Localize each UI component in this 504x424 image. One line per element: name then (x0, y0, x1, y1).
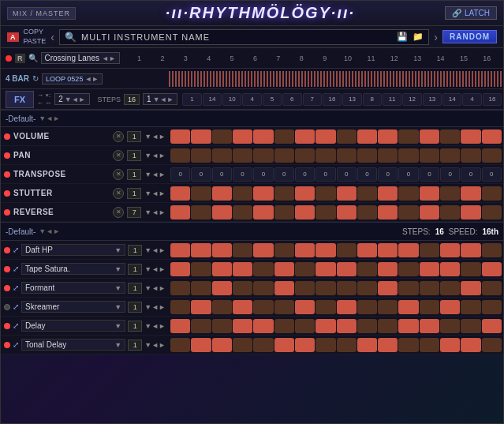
param-arrows[interactable]: ▼◄► (144, 189, 166, 197)
param-cell[interactable] (253, 148, 273, 163)
inst-cell[interactable] (357, 281, 377, 295)
inst-cell[interactable] (274, 243, 294, 257)
step-val[interactable]: 11 (383, 93, 401, 106)
param-cell[interactable] (315, 205, 335, 220)
param-value[interactable]: 7 (127, 207, 141, 218)
param-value[interactable]: 1 (127, 188, 141, 199)
inst-cell[interactable] (461, 243, 480, 257)
inst-cell[interactable] (295, 300, 315, 314)
inst-cell[interactable] (170, 243, 190, 257)
param-cell[interactable] (212, 129, 232, 144)
latch-button[interactable]: 🔗 LATCH (445, 6, 497, 20)
inst-cell[interactable] (398, 262, 418, 276)
inst-cell[interactable] (191, 338, 211, 352)
step-val[interactable]: 7 (303, 93, 322, 106)
inst-cell[interactable] (440, 338, 460, 352)
param-cell[interactable] (274, 205, 294, 220)
param-cell[interactable] (212, 186, 232, 201)
param-cell[interactable] (398, 186, 418, 201)
inst-cell[interactable] (420, 338, 439, 352)
param-clear-btn[interactable]: ✕ (113, 188, 124, 199)
param-cell[interactable] (337, 205, 357, 220)
inst-cell[interactable] (233, 319, 252, 333)
param-cell[interactable] (337, 186, 357, 201)
step-val[interactable]: 10 (222, 93, 241, 106)
param-cell[interactable] (233, 205, 252, 220)
inst-name-box[interactable]: Tape Satura. ▼ (21, 263, 125, 275)
param-cell[interactable] (378, 205, 398, 220)
param-cell[interactable] (440, 205, 460, 220)
step-val[interactable]: 6 (282, 93, 301, 106)
inst-cell[interactable] (315, 338, 335, 352)
transpose-cell[interactable]: 0 (253, 167, 273, 182)
inst-cell[interactable] (253, 300, 273, 314)
param-cell[interactable] (357, 148, 377, 163)
inst-arrows[interactable]: ▼◄► (144, 284, 166, 292)
inst-cell[interactable] (398, 300, 418, 314)
step-val[interactable]: 5 (263, 93, 282, 106)
param-cell[interactable] (357, 205, 377, 220)
param-cell[interactable] (398, 205, 418, 220)
inst-value[interactable]: 1 (128, 302, 142, 313)
param-cell[interactable] (253, 205, 273, 220)
inst-cell[interactable] (482, 319, 502, 333)
inst-cell[interactable] (170, 281, 190, 295)
inst-cell[interactable] (295, 281, 315, 295)
step-val[interactable]: 16 (323, 93, 342, 106)
inst-cell[interactable] (170, 319, 190, 333)
param-cell[interactable] (315, 129, 335, 144)
inst-name-box[interactable]: Delay ▼ (21, 320, 125, 332)
param-cell[interactable] (315, 186, 335, 201)
save-icon[interactable]: 💾 (397, 32, 408, 42)
param-clear-btn[interactable]: ✕ (113, 169, 124, 180)
param-cell[interactable] (440, 186, 460, 201)
param-arrows[interactable]: ▼◄► (144, 208, 166, 216)
inst-cell[interactable] (315, 319, 335, 333)
inst-cell[interactable] (357, 262, 377, 276)
inst-cell[interactable] (337, 281, 357, 295)
param-clear-btn[interactable]: ✕ (113, 131, 124, 142)
param-cell[interactable] (191, 186, 211, 201)
inst-cell[interactable] (337, 300, 357, 314)
inst-cell[interactable] (420, 281, 439, 295)
inst-cell[interactable] (461, 281, 480, 295)
inst-cell[interactable] (357, 319, 377, 333)
transpose-cell[interactable]: 0 (461, 167, 480, 182)
inst-cell[interactable] (212, 281, 232, 295)
param-cell[interactable] (315, 148, 335, 163)
loop-nav-arrows[interactable]: ◄► (84, 75, 99, 83)
inst-cell[interactable] (440, 319, 460, 333)
param-cell[interactable] (253, 186, 273, 201)
inst-cell[interactable] (274, 262, 294, 276)
inst-active-dot[interactable] (4, 323, 10, 329)
param-arrows[interactable]: ▼◄► (144, 152, 166, 159)
inst-arrows[interactable]: ▼◄► (144, 322, 166, 330)
inst-active-dot[interactable] (4, 247, 10, 253)
paste-button[interactable]: PASTE (24, 37, 47, 46)
inst-cell[interactable] (378, 300, 398, 314)
param-cell[interactable] (191, 205, 211, 220)
fx-button[interactable]: FX (6, 91, 34, 108)
fx-value1[interactable]: 2 ▼◄► (54, 93, 89, 105)
param-arrows[interactable]: ▼◄► (144, 133, 166, 141)
param-cell[interactable] (461, 129, 480, 144)
inst-cell[interactable] (315, 243, 335, 257)
inst-cell[interactable] (482, 243, 502, 257)
param-cell[interactable] (191, 129, 211, 144)
step-val[interactable]: 4 (462, 93, 481, 106)
inst-cell[interactable] (337, 262, 357, 276)
inst-cell[interactable] (212, 243, 232, 257)
inst-cell[interactable] (253, 243, 273, 257)
val1-arrows[interactable]: ▼◄► (65, 96, 86, 103)
param-cell[interactable] (440, 129, 460, 144)
track-nav-arrows[interactable]: ◄► (102, 54, 116, 62)
param-cell[interactable] (274, 148, 294, 163)
param-cell[interactable] (482, 148, 502, 163)
param-cell[interactable] (420, 205, 439, 220)
inst-cell[interactable] (482, 281, 502, 295)
transpose-cell[interactable]: 0 (357, 167, 377, 182)
inst-cell[interactable] (170, 262, 190, 276)
param-cell[interactable] (398, 129, 418, 144)
mix-master-label[interactable]: MIX / MASTER (7, 7, 76, 20)
transpose-cell[interactable]: 0 (295, 167, 315, 182)
